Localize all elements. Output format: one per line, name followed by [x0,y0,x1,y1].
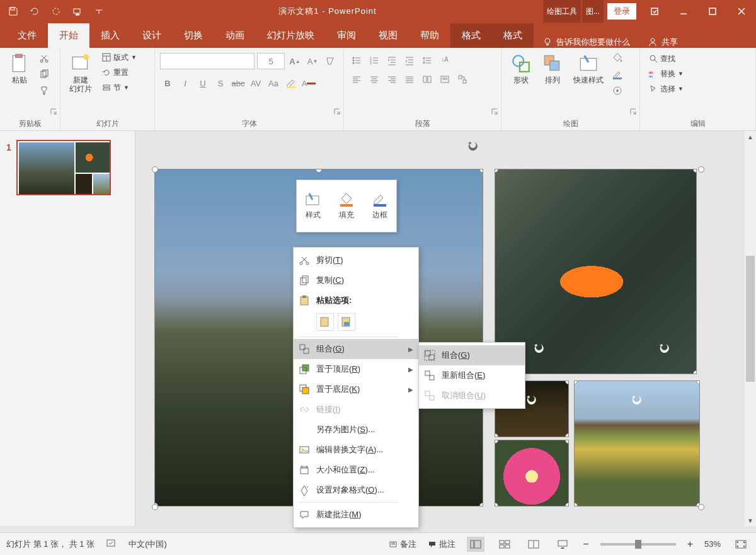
bullets-icon[interactable] [349,53,364,68]
menu-alt-text[interactable]: 编辑替换文字(A)... [294,440,418,460]
find-button[interactable]: 查找 [645,52,679,66]
align-right-icon[interactable] [384,72,399,87]
paste-keep-source-icon[interactable] [316,313,334,331]
slide-canvas[interactable] [135,131,756,526]
rotate-handle-icon[interactable] [467,140,479,152]
char-spacing-icon[interactable]: AV [248,76,263,91]
submenu-group[interactable]: 组合(G) [419,345,525,365]
selection-handle[interactable] [698,166,704,173]
menu-size-position[interactable]: 大小和位置(Z)... [294,460,418,480]
slide-counter[interactable]: 幻灯片 第 1 张， 共 1 张 [6,539,94,550]
shadow-icon[interactable]: S [213,76,228,91]
line-spacing-icon[interactable] [420,53,435,68]
menu-new-comment[interactable]: 新建批注(M) [294,505,418,525]
login-button[interactable]: 登录 [607,3,636,20]
tab-transition[interactable]: 切换 [173,23,214,48]
menu-send-back[interactable]: 置于底层(K) ▶ [294,379,418,399]
zoom-slider-thumb[interactable] [635,540,641,549]
qat-customize-icon[interactable] [89,3,108,20]
menu-group[interactable]: 组合(G) ▶ [294,339,418,359]
mini-style-button[interactable]: 样式 [304,192,322,220]
slideshow-view-icon[interactable] [554,537,571,552]
vertical-scrollbar[interactable]: ▲ ▼ [745,131,756,526]
menu-format-object[interactable]: 设置对象格式(O)... [294,480,418,500]
paragraph-launcher-icon[interactable] [491,108,500,117]
menu-bring-front[interactable]: 置于顶层(R) ▶ [294,359,418,379]
section-button[interactable]: 节 ▼ [98,81,140,94]
reset-button[interactable]: 重置 [98,66,140,79]
comments-button[interactable]: 批注 [428,539,455,550]
slide-sorter-icon[interactable] [496,537,513,552]
select-button[interactable]: 选择 ▼ [645,82,687,96]
paste-picture-icon[interactable] [338,313,355,331]
share-button[interactable]: 共享 [639,37,687,48]
increase-indent-icon[interactable] [402,53,417,68]
layout-button[interactable]: 版式 ▼ [98,50,140,64]
text-direction-icon[interactable]: ↕A [437,53,452,68]
cut-icon[interactable] [37,50,52,66]
redo-icon[interactable] [47,3,66,20]
notes-button[interactable]: 备注 [389,539,416,550]
arrange-button[interactable]: 排列 [538,50,567,87]
strikethrough-icon[interactable]: abc [231,76,246,91]
tab-slideshow[interactable]: 幻灯片放映 [256,23,326,48]
close-icon[interactable] [727,0,756,23]
thumbnail-1[interactable]: 1 [6,140,129,195]
smartart-icon[interactable] [455,72,470,87]
font-launcher-icon[interactable] [333,108,342,117]
maximize-icon[interactable] [698,0,727,23]
tab-review[interactable]: 审阅 [326,23,367,48]
quick-styles-button[interactable]: 快速样式 [570,50,607,87]
tab-help[interactable]: 帮助 [409,23,450,48]
align-center-icon[interactable] [367,72,382,87]
drawing-launcher-icon[interactable] [629,108,638,117]
save-icon[interactable] [4,3,23,20]
zoom-out-button[interactable]: − [583,539,588,550]
justify-icon[interactable] [402,72,417,87]
minimize-icon[interactable] [669,0,698,23]
thumbnail-slide[interactable] [16,140,111,195]
selection-handle[interactable] [152,166,158,173]
tab-insert[interactable]: 插入 [89,23,131,48]
scroll-down-icon[interactable]: ▼ [745,515,756,526]
scrollbar-thumb[interactable] [746,256,755,382]
tab-view[interactable]: 视图 [367,23,409,48]
scroll-up-icon[interactable]: ▲ [745,131,756,142]
numbering-icon[interactable]: 123 [367,53,382,68]
fit-to-window-icon[interactable] [732,537,750,552]
italic-icon[interactable]: I [178,76,193,91]
grow-font-icon[interactable]: A▲ [287,54,302,69]
shape-outline-icon[interactable] [610,67,625,82]
replace-button[interactable]: abac替换 ▼ [645,67,687,81]
selection-handle[interactable] [698,504,704,510]
tab-format-drawing[interactable]: 格式 [450,23,492,48]
undo-icon[interactable] [25,3,44,20]
menu-copy[interactable]: 复制(C) [294,270,418,290]
copy-icon[interactable] [37,67,52,82]
shapes-button[interactable]: 形状 [507,50,536,87]
zoom-percentage[interactable]: 53% [704,539,721,549]
columns-icon[interactable] [420,72,435,87]
normal-view-icon[interactable] [467,537,484,552]
rotate-handle-icon[interactable] [533,342,546,355]
tab-home[interactable]: 开始 [48,23,89,48]
decrease-indent-icon[interactable] [384,53,399,68]
font-size-combo[interactable]: 5 [257,53,285,69]
reading-view-icon[interactable] [525,537,542,552]
submenu-regroup[interactable]: 重新组合(E) [419,365,525,386]
tell-me-search[interactable]: 告诉我你想要做什么 [534,37,639,48]
font-family-combo[interactable] [160,53,255,69]
thumbnail-panel[interactable]: 1 [0,131,135,526]
mini-fill-button[interactable]: 填充 [338,192,355,220]
underline-icon[interactable]: U [195,76,210,91]
tab-design[interactable]: 设计 [131,23,173,48]
align-text-icon[interactable] [437,72,452,87]
tab-animation[interactable]: 动画 [214,23,256,48]
paste-button[interactable]: 粘贴 [5,50,34,87]
menu-save-as-picture[interactable]: 另存为图片(S)... [294,420,418,440]
spell-check-icon[interactable] [106,537,117,551]
shape-fill-icon[interactable] [610,50,625,66]
selection-handle[interactable] [152,504,158,510]
rotate-handle-icon[interactable] [525,394,538,406]
start-from-beginning-icon[interactable] [68,3,87,20]
